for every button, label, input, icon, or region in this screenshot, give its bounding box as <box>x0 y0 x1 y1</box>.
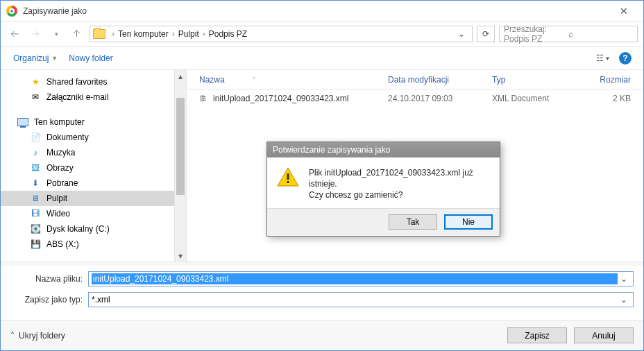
filename-input[interactable]: initUpload_20171024_09033423.xml ⌄ <box>88 271 634 286</box>
download-icon: ⬇ <box>30 178 41 189</box>
folder-icon <box>93 29 105 39</box>
chrome-icon <box>6 6 17 17</box>
col-date[interactable]: Data modyfikacji <box>381 75 485 85</box>
breadcrumb-dropdown-icon[interactable]: ⌄ <box>454 29 469 39</box>
chevron-right-icon: › <box>170 29 177 39</box>
tree-item-pictures[interactable]: 🖼 Obrazy <box>1 160 186 176</box>
form: Nazwa pliku: initUpload_20171024_0903342… <box>1 266 643 316</box>
pc-icon <box>17 117 28 128</box>
tree-item-music[interactable]: ♪ Muzyka <box>1 145 186 160</box>
hide-folders-button[interactable]: ˄ Ukryj foldery <box>10 331 65 341</box>
filename-value: initUpload_20171024_09033423.xml <box>92 273 618 284</box>
tree-item-abs[interactable]: 💾 ABS (X:) <box>1 237 186 252</box>
music-icon: ♪ <box>30 147 41 158</box>
modal-line2: Czy chcesz go zamienić? <box>309 189 490 200</box>
desktop-icon: 🖥 <box>30 193 41 204</box>
network-drive-icon: 💾 <box>30 239 41 250</box>
xml-file-icon: 🗎 <box>199 94 207 103</box>
search-placeholder: Przeszukaj: Podpis PZ <box>504 24 568 44</box>
filename-label: Nazwa pliku: <box>10 274 88 284</box>
tree-scrollbar[interactable]: ▴ ▾ <box>174 70 186 262</box>
file-size: 2 KB <box>582 94 638 103</box>
titlebar: Zapisywanie jako ✕ <box>1 1 643 22</box>
tree-item-videos[interactable]: 🎞 Wideo <box>1 206 186 221</box>
star-icon: ★ <box>30 76 41 87</box>
chevron-down-icon: ▼ <box>605 55 611 62</box>
modal-title: Potwierdzanie zapisywania jako <box>267 142 500 157</box>
tree-item-shared[interactable]: ★ Shared favorites <box>1 74 186 89</box>
tree-item-thispc[interactable]: Ten komputer <box>1 114 186 130</box>
refresh-button[interactable]: ⟳ <box>477 26 495 42</box>
mail-icon: ✉ <box>30 92 41 103</box>
svg-rect-2 <box>287 181 289 183</box>
yes-button[interactable]: Tak <box>389 214 437 230</box>
col-name[interactable]: Nazwa ˄ <box>192 75 381 85</box>
back-button[interactable]: 🡠 <box>6 26 23 42</box>
breadcrumb[interactable]: › Ten komputer › Pulpit › Podpis PZ ⌄ <box>90 26 473 42</box>
up-button[interactable]: 🡡 <box>69 26 85 42</box>
breadcrumb-item[interactable]: Pulpit <box>178 29 199 39</box>
breadcrumb-root[interactable]: Ten komputer <box>118 29 169 39</box>
tree-item-localdisk[interactable]: 💽 Dysk lokalny (C:) <box>1 221 186 237</box>
breadcrumb-item[interactable]: Podpis PZ <box>209 29 247 39</box>
search-icon: ⌕ <box>568 29 633 39</box>
file-date: 24.10.2017 09:03 <box>381 94 485 103</box>
nav-row: 🡠 🡢 ▾ 🡡 › Ten komputer › Pulpit › Podpis… <box>1 22 643 46</box>
column-headers: Nazwa ˄ Data modyfikacji Typ Rozmiar <box>187 70 643 89</box>
organize-button[interactable]: Organizuj ▼ <box>9 51 62 66</box>
file-type: XML Document <box>485 94 582 103</box>
filetype-select[interactable]: *.xml ⌄ <box>88 292 634 307</box>
no-button[interactable]: Nie <box>444 214 493 230</box>
tree-item-desktop[interactable]: 🖥 Pulpit <box>1 191 186 206</box>
scroll-thumb[interactable] <box>176 98 185 195</box>
close-icon[interactable]: ✕ <box>610 6 638 17</box>
tree-item-documents[interactable]: 📄 Dokumenty <box>1 130 186 145</box>
cancel-button[interactable]: Anuluj <box>574 327 634 343</box>
modal-body: Plik initUpload_20171024_09033423.xml ju… <box>267 157 500 208</box>
folder-tree: ★ Shared favorites ✉ Załączniki e-mail T… <box>1 70 187 262</box>
file-name: 🗎 initUpload_20171024_09033423.xml <box>192 94 381 103</box>
window-title: Zapisywanie jako <box>23 6 610 16</box>
disk-icon: 💽 <box>30 223 41 234</box>
chevron-right-icon: › <box>201 29 207 39</box>
sort-asc-icon: ˄ <box>253 76 256 83</box>
col-type[interactable]: Typ <box>485 75 582 85</box>
recent-dropdown-icon[interactable]: ▾ <box>48 26 65 42</box>
file-row[interactable]: 🗎 initUpload_20171024_09033423.xml 24.10… <box>187 89 643 108</box>
search-input[interactable]: Przeszukaj: Podpis PZ ⌕ <box>499 26 638 42</box>
chevron-down-icon[interactable]: ⌄ <box>618 295 630 305</box>
view-button[interactable]: ☷ ▼ <box>593 50 613 67</box>
filetype-label: Zapisz jako typ: <box>10 295 88 305</box>
scroll-down-icon[interactable]: ▾ <box>175 250 186 262</box>
warning-icon <box>277 167 299 187</box>
modal-text: Plik initUpload_20171024_09033423.xml ju… <box>309 167 490 201</box>
modal-line1: Plik initUpload_20171024_09033423.xml ju… <box>309 167 490 189</box>
save-button[interactable]: Zapisz <box>507 327 567 343</box>
chevron-down-icon[interactable]: ⌄ <box>618 274 630 284</box>
tree-item-attachments[interactable]: ✉ Załączniki e-mail <box>1 89 186 105</box>
view-icon: ☷ <box>596 53 604 63</box>
filetype-value: *.xml <box>92 295 618 305</box>
document-icon: 📄 <box>30 132 41 143</box>
modal-buttons: Tak Nie <box>267 208 500 236</box>
chevron-right-icon: › <box>110 29 117 39</box>
chevron-up-icon: ˄ <box>10 331 15 341</box>
col-size[interactable]: Rozmiar <box>582 75 638 85</box>
tree-item-downloads[interactable]: ⬇ Pobrane <box>1 176 186 191</box>
help-icon: ? <box>619 52 632 65</box>
help-button[interactable]: ? <box>616 50 635 67</box>
pictures-icon: 🖼 <box>30 162 41 173</box>
scroll-up-icon[interactable]: ▴ <box>175 70 186 82</box>
confirm-overwrite-dialog: Potwierdzanie zapisywania jako Plik init… <box>266 142 500 237</box>
footer: ˄ Ukryj foldery Zapisz Anuluj <box>1 320 643 350</box>
svg-rect-1 <box>287 173 289 180</box>
chevron-down-icon: ▼ <box>51 55 58 62</box>
newfolder-button[interactable]: Nowy folder <box>65 51 117 66</box>
video-icon: 🎞 <box>30 208 41 219</box>
toolbar: Organizuj ▼ Nowy folder ☷ ▼ ? <box>1 46 643 70</box>
forward-button[interactable]: 🡢 <box>27 26 44 42</box>
